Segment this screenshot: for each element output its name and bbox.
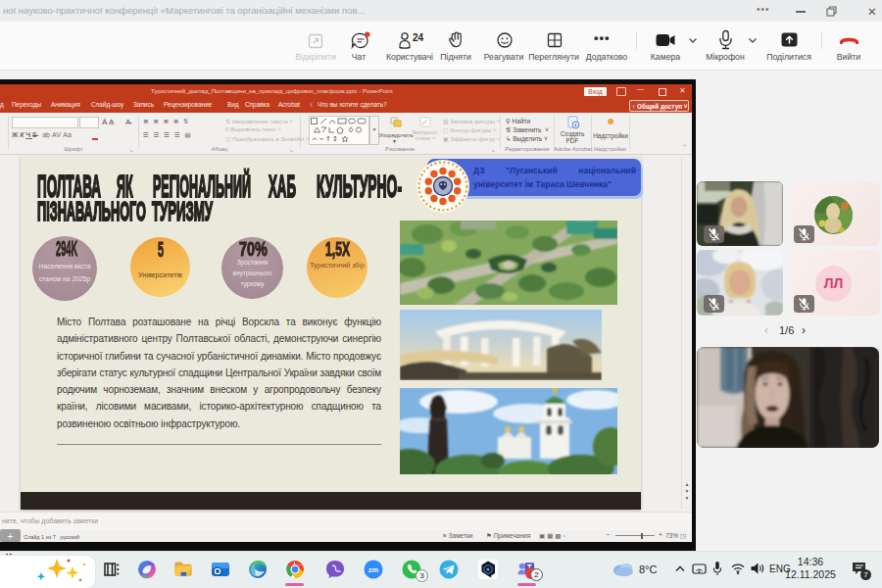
svg-text:zm: zm — [368, 565, 379, 574]
